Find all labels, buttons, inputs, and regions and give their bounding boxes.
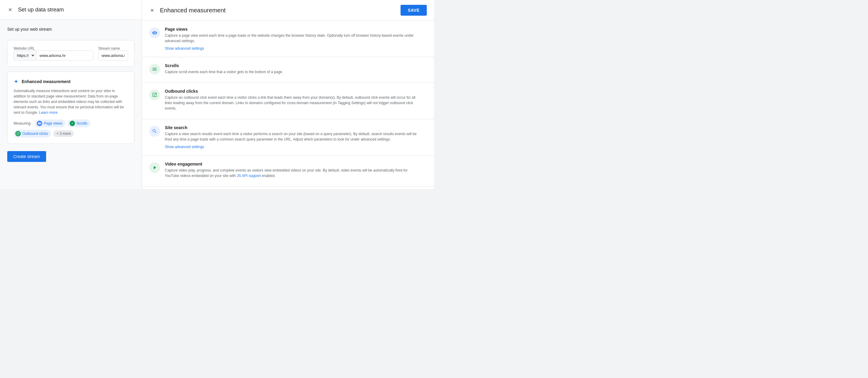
measuring-row: Measuring: Page views Scrolls <box>13 119 128 138</box>
outbound-clicks-desc: Capture an outbound click event each tim… <box>165 95 422 111</box>
more-chip[interactable]: + 3 more <box>53 130 74 137</box>
protocol-select[interactable]: https:// http:// <box>14 51 36 60</box>
js-api-link[interactable]: JS API support <box>237 174 261 178</box>
video-engagement-body: Video engagement Capture video play, pro… <box>165 162 422 180</box>
page-views-advanced-link[interactable]: Show advanced settings <box>165 46 204 50</box>
stream-name-section: Stream name <box>98 46 128 61</box>
site-search-advanced-link[interactable]: Show advanced settings <box>165 145 204 149</box>
form-row: Website URL https:// http:// Stream name <box>13 46 128 61</box>
close-left-button[interactable]: × <box>7 5 13 14</box>
outbound-icon <box>149 90 160 100</box>
url-input[interactable] <box>36 51 93 60</box>
site-search-desc: Capture a view search results event each… <box>165 131 422 142</box>
page-views-chip-icon <box>37 121 42 126</box>
scrolls-chip-icon <box>70 121 75 126</box>
page-views-item: Page views Capture a page view event eac… <box>142 21 434 57</box>
page-views-body: Page views Capture a page view event eac… <box>165 27 422 51</box>
right-content: Page views Capture a page view event eac… <box>142 21 434 189</box>
url-label: Website URL <box>13 46 93 50</box>
scroll-icon <box>149 64 160 75</box>
right-header-left: × Enhanced measurement <box>149 6 226 14</box>
right-panel: × Enhanced measurement SAVE Page views C… <box>142 0 434 189</box>
close-right-button[interactable]: × <box>149 6 155 14</box>
sparkle-icon: ✦ <box>13 78 19 85</box>
learn-more-link[interactable]: Learn more <box>39 110 58 115</box>
enhanced-card: ✦ Enhanced measurement Automatically mea… <box>7 72 134 144</box>
search-icon <box>149 126 160 137</box>
right-panel-title: Enhanced measurement <box>160 7 226 14</box>
scrolls-chip: Scrolls <box>68 119 90 127</box>
save-button[interactable]: SAVE <box>401 5 427 15</box>
enhanced-desc: Automatically measure interactions and c… <box>13 88 128 115</box>
scrolls-desc: Capture scroll events each time that a v… <box>165 69 422 75</box>
video-engagement-desc: Capture video play, progress, and comple… <box>165 168 422 178</box>
outbound-chip-label: Outbound clicks <box>22 132 48 136</box>
left-content: Set up your web stream Website URL https… <box>0 20 142 169</box>
outbound-chip-icon <box>16 131 21 136</box>
page-views-desc: Capture a page view event each time a pa… <box>165 33 422 44</box>
url-section: Website URL https:// http:// <box>13 46 93 61</box>
page-views-chip: Page views <box>35 119 65 127</box>
section-subtitle: Set up your web stream <box>7 27 134 32</box>
enhanced-title: Enhanced measurement <box>22 79 70 84</box>
outbound-clicks-body: Outbound clicks Capture an outbound clic… <box>165 89 422 113</box>
outbound-clicks-item: Outbound clicks Capture an outbound clic… <box>142 83 434 119</box>
video-engagement-item: Video engagement Capture video play, pro… <box>142 156 434 186</box>
site-search-item: Site search Capture a view search result… <box>142 119 434 156</box>
left-panel: × Set up data stream Set up your web str… <box>0 0 142 189</box>
left-panel-title: Set up data stream <box>18 7 64 13</box>
page-views-chip-label: Page views <box>44 121 62 126</box>
scrolls-body: Scrolls Capture scroll events each time … <box>165 63 422 76</box>
site-search-title: Site search <box>165 125 422 130</box>
page-views-title: Page views <box>165 27 422 32</box>
measuring-label: Measuring: <box>13 121 31 126</box>
stream-name-input[interactable] <box>98 50 128 61</box>
right-header: × Enhanced measurement SAVE <box>142 0 434 21</box>
create-stream-button[interactable]: Create stream <box>7 151 46 162</box>
left-header: × Set up data stream <box>0 0 142 20</box>
file-downloads-item: File downloads Capture a file download e… <box>142 186 434 189</box>
scrolls-title: Scrolls <box>165 63 422 68</box>
video-icon <box>149 162 160 173</box>
outbound-chip: Outbound clicks <box>13 130 51 138</box>
video-engagement-title: Video engagement <box>165 162 422 166</box>
scrolls-chip-label: Scrolls <box>76 121 87 126</box>
enhanced-header: ✦ Enhanced measurement <box>13 78 128 85</box>
eye-icon <box>149 27 160 38</box>
stream-name-label: Stream name <box>98 46 128 50</box>
url-input-group: https:// http:// <box>13 50 93 61</box>
outbound-clicks-title: Outbound clicks <box>165 89 422 94</box>
site-search-body: Site search Capture a view search result… <box>165 125 422 149</box>
url-form-card: Website URL https:// http:// Stream name <box>7 40 134 67</box>
scrolls-item: Scrolls Capture scroll events each time … <box>142 57 434 83</box>
